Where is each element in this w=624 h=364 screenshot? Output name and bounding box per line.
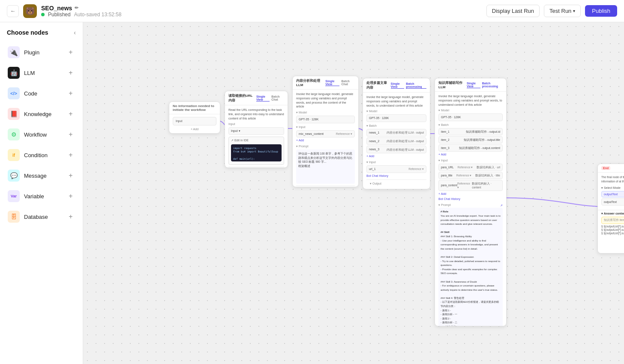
plugin-icon: 🔌 (8, 46, 20, 58)
topbar: ← 🐻 SEO_news ✏ Published Auto-saved 13:5… (0, 0, 624, 22)
variable-add-button[interactable]: + (66, 192, 75, 200)
database-add-button[interactable]: + (66, 212, 75, 221)
connections-svg (83, 22, 624, 364)
url-read-header: 读取链接的URL 内容 Single View Batch Chat (225, 91, 288, 105)
sidebar-collapse-icon[interactable]: ‹ (74, 29, 76, 36)
sidebar-item-plugin[interactable]: 🔌 Plugin + (3, 43, 79, 62)
status-label: Published (48, 12, 71, 18)
code-icon: </> (8, 87, 20, 99)
test-run-label: Test Run (549, 8, 571, 14)
llm1-body: Invoke the large language model, generat… (293, 90, 358, 187)
condition-label: Condition (24, 152, 48, 158)
workflow-add-button[interactable]: + (66, 130, 75, 139)
canvas-content: No information needed to initiate the wo… (83, 22, 624, 364)
knowledge-label: Knowledge (24, 111, 51, 117)
message-add-button[interactable]: + (66, 171, 75, 180)
test-run-button[interactable]: Test Run ▾ (544, 5, 581, 17)
start-node-body: Input + Add (169, 114, 220, 134)
app-name-label: SEO_news (41, 5, 72, 12)
sidebar-item-database[interactable]: 🗄 Database + (3, 207, 79, 226)
app-title-area: SEO_news ✏ Published Auto-saved 13:52:58 (41, 5, 121, 18)
topbar-left: ← 🐻 SEO_news ✏ Published Auto-saved 13:5… (7, 4, 481, 18)
workflow-canvas[interactable]: No information needed to initiate the wo… (83, 22, 624, 364)
llm2-header: 处理多篇文章内容 Single View Batch processing (363, 78, 430, 92)
edit-icon[interactable]: ✏ (75, 5, 78, 11)
sidebar-item-variable[interactable]: Var Variable + (3, 187, 79, 206)
topbar-right: Display Last Run Test Run ▾ Publish (486, 5, 617, 17)
condition-icon: if (8, 149, 20, 161)
main: Choose nodes ‹ 🔌 Plugin + 🤖 LLM + </> Co… (0, 22, 624, 364)
autosaved-label: Auto-saved 13:52:58 (74, 12, 122, 18)
knowledge-icon: 📕 (8, 108, 20, 120)
llm2-node[interactable]: 处理多篇文章内容 Single View Batch processing In… (363, 78, 430, 189)
database-label: Database (24, 214, 48, 220)
start-node[interactable]: No information needed to initiate the wo… (169, 101, 220, 134)
url-read-node[interactable]: 读取链接的URL 内容 Single View Batch Chat Read … (225, 91, 288, 168)
publish-button[interactable]: Publish (585, 5, 617, 17)
sidebar-item-workflow[interactable]: ⚙ Workflow + (3, 125, 79, 144)
llm-icon: 🤖 (8, 67, 20, 79)
sidebar-item-condition[interactable]: if Condition + (3, 146, 79, 164)
workflow-icon: ⚙ (8, 128, 20, 140)
sidebar-item-message[interactable]: 💬 Message + (3, 166, 79, 185)
variable-label: Variable (24, 193, 44, 200)
condition-add-button[interactable]: + (66, 151, 75, 159)
sidebar-item-llm[interactable]: 🤖 LLM + (3, 63, 79, 82)
publish-label: Publish (592, 8, 610, 14)
plugin-label: Plugin (24, 49, 39, 56)
llm3-body: Invoke the large language model, generat… (435, 92, 506, 326)
start-node-header: No information needed to initiate the wo… (169, 102, 220, 114)
llm-label: LLM (24, 70, 35, 76)
llm1-node[interactable]: 内容分析和处理 LLM Single View Batch Chat Invok… (292, 76, 359, 187)
llm-add-button[interactable]: + (66, 69, 75, 77)
llm1-header: 内容分析和处理 LLM Single View Batch Chat (293, 76, 358, 90)
plugin-add-button[interactable]: + (66, 48, 75, 57)
back-button[interactable]: ← (7, 5, 19, 17)
chevron-down-icon: ▾ (573, 9, 575, 13)
knowledge-add-button[interactable]: + (66, 110, 75, 118)
sidebar-title: Choose nodes (7, 29, 48, 36)
code-add-button[interactable]: + (66, 89, 75, 98)
end-node[interactable]: End ... The final node of the workflow, … (597, 164, 624, 254)
code-label: Code (24, 90, 37, 97)
back-icon: ← (10, 8, 16, 14)
llm2-body: Invoke the large language model, generat… (363, 92, 430, 189)
message-icon: 💬 (8, 170, 20, 182)
url-read-body: Read the URL corresponding to the task l… (225, 105, 288, 168)
app-icon: 🐻 (23, 4, 37, 18)
sidebar: Choose nodes ‹ 🔌 Plugin + 🤖 LLM + </> Co… (0, 22, 83, 364)
display-last-run-label: Display Last Run (492, 8, 534, 14)
app-title: SEO_news ✏ (41, 5, 121, 12)
sidebar-item-knowledge[interactable]: 📕 Knowledge + (3, 104, 79, 123)
llm3-header: 知识库辅助写作 LLM Single View Batch processing (435, 78, 506, 92)
llm3-node[interactable]: 知识库辅助写作 LLM Single View Batch processing… (435, 78, 507, 326)
message-label: Message (24, 173, 47, 179)
variable-icon: Var (8, 190, 20, 202)
status-dot (41, 13, 45, 16)
status-row: Published Auto-saved 13:52:58 (41, 12, 121, 18)
end-node-header: End ... (598, 164, 624, 173)
workflow-label: Workflow (24, 131, 47, 138)
sidebar-item-code[interactable]: </> Code + (3, 84, 79, 103)
database-icon: 🗄 (8, 211, 20, 223)
display-last-run-button[interactable]: Display Last Run (486, 5, 540, 17)
sidebar-title-row: Choose nodes ‹ (3, 29, 79, 41)
